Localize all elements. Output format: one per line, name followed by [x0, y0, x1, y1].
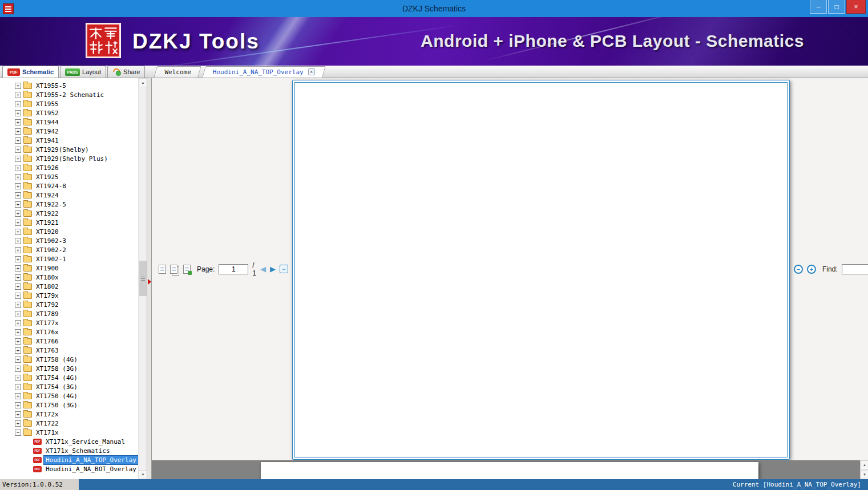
tree-item[interactable]: +XT1922-5 [0, 200, 138, 209]
tree-item[interactable]: +XT1754 (4G) [0, 373, 138, 382]
tree-item[interactable]: +XT1941 [0, 136, 138, 145]
expand-icon[interactable]: + [15, 366, 21, 372]
tree-item[interactable]: PDFXT171x_Schematics [0, 446, 138, 455]
tree-item[interactable]: +XT1789 [0, 309, 138, 318]
tree-item[interactable]: +XT1754 (3G) [0, 382, 138, 391]
close-button[interactable]: × [846, 0, 866, 14]
doc-tab-houdini_a_na_top_overlay[interactable]: Houdini_A_NA_TOP_Overlay× [204, 66, 324, 78]
expand-icon[interactable]: + [15, 338, 21, 345]
tree-item[interactable]: PDFXT171x_Service_Manual [0, 437, 138, 446]
expand-icon[interactable]: + [15, 420, 21, 427]
tree-item[interactable]: +XT1763 [0, 346, 138, 355]
expand-icon[interactable]: + [15, 256, 21, 262]
expand-icon[interactable]: + [15, 265, 21, 272]
prev-page-icon[interactable]: ◀ [260, 265, 266, 273]
tree-item[interactable]: +XT1902-3 [0, 236, 138, 245]
tree-item[interactable]: +XT1920 [0, 227, 138, 236]
expand-icon[interactable]: + [15, 174, 21, 180]
facing-pages-view-icon[interactable] [170, 265, 177, 274]
tree-item[interactable]: +XT1944 [0, 118, 138, 127]
expand-icon[interactable]: + [15, 220, 21, 226]
single-page-view-icon[interactable] [159, 265, 166, 274]
expand-icon[interactable]: + [15, 192, 21, 199]
expand-icon[interactable]: + [15, 320, 21, 326]
expand-icon[interactable]: + [15, 238, 21, 244]
expand-icon[interactable]: + [15, 357, 21, 363]
expand-icon[interactable]: + [15, 393, 21, 399]
tree-item[interactable]: +XT1802 [0, 282, 138, 291]
tree-item[interactable]: +XT1942 [0, 127, 138, 136]
tree-item[interactable]: +XT1758 (4G) [0, 355, 138, 364]
tree-item[interactable]: +XT176x [0, 327, 138, 337]
zoom-out-icon[interactable]: − [794, 265, 803, 274]
expand-icon[interactable]: + [15, 311, 21, 317]
expand-icon[interactable]: + [15, 119, 21, 125]
tree-item[interactable]: +XT1952 [0, 108, 138, 118]
tree-item[interactable]: +XT1924-8 [0, 181, 138, 191]
tree-item[interactable]: −XT171x [0, 428, 138, 437]
mode-tab-schematic[interactable]: PDFSchematic [2, 66, 59, 78]
expand-icon[interactable]: + [15, 137, 21, 144]
collapse-sidebar-icon[interactable] [148, 279, 151, 285]
tree-item[interactable]: +XT1955-2 Schematic [0, 90, 138, 99]
expand-icon[interactable]: + [15, 92, 21, 98]
tree-item[interactable]: +XT180x [0, 273, 138, 282]
tree-item[interactable]: +XT1955 [0, 99, 138, 108]
expand-icon[interactable]: + [15, 83, 21, 89]
tree-item[interactable]: +XT1750 (4G) [0, 391, 138, 400]
collapse-icon[interactable]: − [15, 430, 21, 436]
expand-icon[interactable]: + [15, 229, 21, 235]
pdf-canvas[interactable]: 3600H1000 ▲ ▼ [152, 460, 868, 479]
minimize-button[interactable]: – [810, 0, 827, 14]
scroll-down-icon[interactable]: ▼ [139, 470, 147, 479]
doc-tab-welcome[interactable]: Welcome [155, 66, 200, 78]
expand-icon[interactable]: + [15, 110, 21, 116]
continuous-view-icon[interactable] [183, 265, 191, 274]
tree-item[interactable]: PDFHoudini_A_NA_BOT_Overlay [0, 464, 138, 473]
tree-item[interactable]: PDFHoudini_A_NA_TOP_Overlay [0, 455, 138, 464]
expand-icon[interactable]: + [15, 101, 21, 107]
tree-item[interactable]: +XT1722 [0, 419, 138, 428]
tree-item[interactable]: +XT179x [0, 291, 138, 300]
tree-item[interactable]: +XT1921 [0, 218, 138, 227]
fit-width-icon[interactable]: ↔ [280, 265, 288, 273]
expand-icon[interactable]: + [15, 128, 21, 135]
tree-item[interactable]: +XT1926 [0, 163, 138, 172]
tree-item[interactable]: +XT172x [0, 410, 138, 419]
mode-tab-share[interactable]: Share [107, 66, 145, 78]
tree-item[interactable]: +XT1922 [0, 209, 138, 218]
expand-icon[interactable]: + [15, 411, 21, 418]
tree-item[interactable]: +XT1902-1 [0, 254, 138, 264]
find-input[interactable] [842, 264, 868, 274]
tree-item[interactable]: +XT1929(Shelby) [0, 145, 138, 154]
tree-scrollbar[interactable]: ▲ ▼ [138, 78, 147, 479]
next-page-icon[interactable]: ▶ [270, 265, 276, 273]
expand-icon[interactable]: + [15, 384, 21, 390]
expand-icon[interactable]: + [15, 156, 21, 162]
expand-icon[interactable]: + [15, 183, 21, 189]
fit-page-icon[interactable] [292, 80, 790, 460]
scroll-up-icon[interactable]: ▲ [139, 78, 147, 87]
expand-icon[interactable]: + [15, 329, 21, 335]
expand-icon[interactable]: + [15, 201, 21, 208]
scroll-down-icon[interactable]: ▼ [861, 470, 868, 479]
tree-item[interactable]: +XT1925 [0, 172, 138, 181]
tree-item[interactable]: +XT1792 [0, 300, 138, 309]
maximize-button[interactable]: □ [828, 0, 845, 14]
expand-icon[interactable]: + [15, 274, 21, 281]
tree-item[interactable]: +XT1750 (3G) [0, 400, 138, 410]
viewer-scrollbar[interactable]: ▲ ▼ [860, 460, 868, 479]
expand-icon[interactable]: + [15, 293, 21, 299]
expand-icon[interactable]: + [15, 210, 21, 217]
tree-item[interactable]: +XT1929(Shelby Plus) [0, 154, 138, 163]
tree-item[interactable]: +XT1902-2 [0, 245, 138, 254]
tree-item[interactable]: +XT177x [0, 318, 138, 327]
tree-item[interactable]: +XT1924 [0, 191, 138, 200]
expand-icon[interactable]: + [15, 147, 21, 153]
tree-item[interactable]: +XT1758 (3G) [0, 364, 138, 373]
scroll-up-icon[interactable]: ▲ [861, 460, 868, 469]
page-input[interactable] [219, 264, 248, 274]
sidebar-splitter[interactable] [147, 78, 152, 479]
zoom-in-icon[interactable]: + [807, 265, 816, 274]
tree-item[interactable]: +XT1766 [0, 337, 138, 346]
